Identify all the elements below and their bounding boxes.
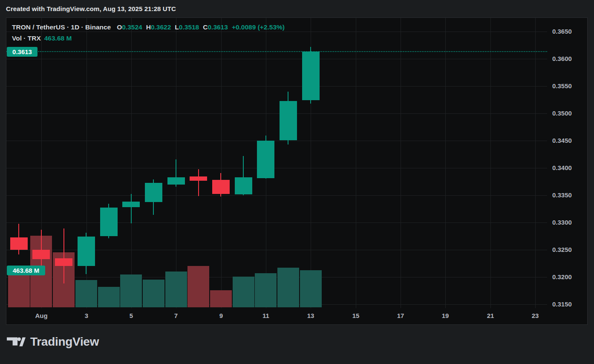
tradingview-logo[interactable]: TradingView [7, 335, 99, 349]
time-tick-label: 17 [397, 312, 404, 319]
time-tick-label: 13 [307, 312, 314, 319]
tradingview-logo-text: TradingView [30, 335, 99, 349]
open-label: O [117, 23, 122, 31]
time-axis[interactable]: Aug357911131517192123 [6, 308, 547, 325]
price-tick-label: 0.3200 [552, 273, 572, 281]
time-tick-label: 21 [487, 312, 494, 319]
last-price-line [6, 51, 547, 52]
candle-2025-08-05[interactable] [122, 202, 140, 207]
price-tick-label: 0.3150 [552, 300, 572, 308]
price-tick-label: 0.3300 [552, 219, 572, 226]
time-tick-label: 15 [352, 312, 360, 319]
candle-wick-2025-08-02 [63, 228, 64, 283]
time-tick-label: 5 [130, 312, 133, 319]
time-tick-label: 23 [532, 312, 539, 319]
volume-bar-2025-08-09 [210, 290, 232, 307]
change-value: +0.0089 (+2.53%) [232, 23, 285, 31]
time-gridline [356, 18, 356, 308]
volume-bar-2025-08-03 [75, 280, 97, 307]
attribution-bar: Created with TradingView.com, Aug 13, 20… [6, 0, 176, 17]
volume-bar-2025-08-07 [165, 272, 187, 307]
time-gridline [221, 18, 222, 308]
symbol-title: TRON / TetherUS · 1D · Binance [12, 23, 111, 31]
time-gridline [490, 18, 491, 308]
candle-2025-08-03[interactable] [78, 237, 95, 266]
high-label: H [146, 23, 151, 31]
tradingview-logo-icon [7, 337, 26, 347]
low-value: 0.3518 [179, 23, 199, 31]
price-tick-label: 0.3500 [552, 110, 572, 117]
high-value: 0.3622 [151, 23, 171, 31]
last-price-badge: 0.3613 [7, 47, 37, 57]
price-gridline [6, 195, 547, 196]
chart-plot-area[interactable] [6, 18, 547, 308]
time-tick-label: 9 [219, 312, 223, 319]
close-value: 0.3613 [208, 23, 228, 31]
volume-bar-2025-08-04 [98, 287, 120, 307]
price-gridline [6, 141, 547, 141]
price-tick-label: 0.3600 [552, 55, 572, 63]
low-label: L [175, 23, 179, 31]
candle-2025-08-10[interactable] [235, 177, 252, 194]
legend-ohlc-row: TRON / TetherUS · 1D · Binance O 0.3524 … [12, 23, 285, 31]
volume-bar-2025-08-05 [120, 274, 142, 307]
volume-bar-2025-08-12 [277, 268, 299, 307]
candle-2025-08-06[interactable] [145, 183, 162, 202]
price-gridline [6, 277, 547, 277]
volume-bar-2025-08-10 [233, 277, 254, 307]
price-tick-label: 0.3650 [552, 28, 572, 35]
time-tick-label: 11 [262, 312, 269, 319]
time-gridline [131, 18, 132, 308]
candle-2025-08-02[interactable] [55, 258, 72, 266]
time-gridline [401, 18, 401, 308]
volume-badge: 463.68 M [7, 266, 45, 275]
price-tick-label: 0.3400 [552, 164, 572, 172]
time-gridline [445, 18, 446, 308]
candle-wick-2025-08-05 [131, 194, 132, 223]
volume-bar-2025-08-13 [300, 270, 322, 307]
candle-2025-08-11[interactable] [257, 141, 274, 178]
volume-bar-2025-08-06 [143, 280, 164, 307]
close-label: C [203, 23, 208, 31]
price-gridline [6, 168, 547, 168]
price-tick-label: 0.3450 [552, 137, 572, 144]
chart-legend: TRON / TetherUS · 1D · Binance O 0.3524 … [12, 23, 285, 42]
candle-wick-2025-08-08 [198, 169, 199, 196]
price-tick-label: 0.3350 [552, 191, 572, 199]
price-gridline [6, 59, 547, 59]
chart-widget: 0.36500.36000.35500.35000.34500.34000.33… [6, 17, 588, 325]
volume-value: 463.68 M [44, 34, 72, 42]
price-gridline [6, 86, 547, 87]
volume-bar-2025-08-08 [187, 266, 209, 307]
candle-2025-08-07[interactable] [167, 177, 185, 185]
time-tick-label: 19 [442, 312, 449, 319]
volume-badge-text: 463.68 M [13, 267, 40, 274]
candle-2025-08-09[interactable] [212, 180, 230, 194]
legend-volume-row: Vol · TRX 463.68 M [12, 34, 285, 42]
price-tick-label: 0.3550 [552, 82, 572, 90]
candle-2025-08-04[interactable] [100, 208, 118, 236]
price-axis[interactable]: 0.36500.36000.35500.35000.34500.34000.33… [547, 18, 588, 308]
candle-wick-2025-08-01 [41, 230, 42, 269]
time-tick-label: 7 [174, 312, 178, 319]
candle-2025-08-08[interactable] [190, 176, 207, 181]
candle-2025-08-01[interactable] [32, 250, 50, 259]
time-tick-label: 3 [85, 312, 88, 319]
candle-2025-08-13[interactable] [302, 52, 320, 100]
price-gridline [6, 113, 547, 114]
price-gridline [6, 222, 547, 223]
volume-label: Vol · TRX [12, 34, 41, 42]
volume-bar-2025-08-11 [255, 273, 277, 307]
time-gridline [535, 18, 536, 308]
price-tick-label: 0.3250 [552, 246, 572, 254]
open-value: 0.3524 [122, 23, 142, 31]
created-with-text: Created with TradingView.com, Aug 13, 20… [6, 5, 176, 12]
candle-2025-07-31[interactable] [10, 237, 28, 250]
time-tick-label: Aug [35, 312, 47, 319]
last-price-badge-text: 0.3613 [12, 48, 32, 55]
candle-2025-08-12[interactable] [280, 101, 297, 140]
